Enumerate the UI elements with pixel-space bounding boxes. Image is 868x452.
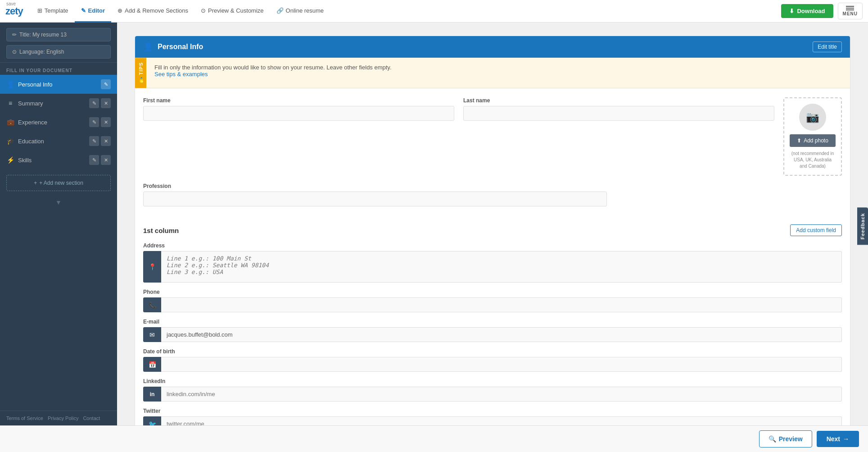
preview-button[interactable]: 🔍 Preview: [759, 430, 812, 447]
tips-link[interactable]: See tips & examples: [154, 71, 208, 78]
linkedin-input-group: in: [143, 387, 842, 402]
summary-actions: ✎ ✕: [89, 98, 111, 108]
linkedin-label: LinkedIn: [143, 378, 842, 384]
phone-input-group: 📞: [143, 297, 842, 312]
summary-edit-btn[interactable]: ✎: [89, 98, 99, 108]
education-remove-btn[interactable]: ✕: [101, 136, 111, 146]
twitter-field-row: Twitter 🐦: [143, 408, 842, 425]
personal-info-edit-btn[interactable]: ✎: [101, 79, 111, 89]
title-button[interactable]: ✏ Title: My resume 13: [6, 28, 111, 41]
last-name-group: Last name: [463, 97, 774, 121]
address-field-row: Address 📍: [143, 242, 842, 283]
language-button[interactable]: ⊙ Language: English: [6, 45, 111, 59]
add-custom-field-button[interactable]: Add custom field: [790, 224, 842, 236]
dob-label: Date of birth: [143, 348, 842, 355]
app-logo[interactable]: zety: [5, 5, 23, 17]
email-input[interactable]: [161, 327, 842, 342]
sidebar-personal-info-label: Personal Info: [18, 81, 97, 88]
twitter-input[interactable]: [161, 416, 842, 425]
add-section-label: + Add new section: [39, 180, 83, 186]
nav-add-remove-label: Add & Remove Sections: [125, 7, 188, 14]
top-navigation: save zety ⊞ Template ✎ Editor ⊕ Add & Re…: [0, 0, 868, 23]
download-label: Download: [797, 8, 825, 14]
twitter-icon-box: 🐦: [143, 416, 161, 425]
experience-remove-btn[interactable]: ✕: [101, 117, 111, 127]
add-section-button[interactable]: + + Add new section: [6, 175, 111, 191]
twitter-input-group: 🐦: [143, 416, 842, 425]
download-button[interactable]: ⬇ Download: [781, 4, 833, 18]
upload-icon: ⬆: [797, 137, 801, 144]
skills-remove-btn[interactable]: ✕: [101, 155, 111, 165]
sidebar-item-skills[interactable]: ⚡ Skills ✎ ✕: [0, 151, 117, 169]
twitter-label: Twitter: [143, 408, 842, 414]
basic-form: First name Last name 📷 ⬆ Add photo: [135, 88, 850, 223]
edit-title-button[interactable]: Edit title: [813, 41, 842, 52]
address-input[interactable]: [161, 251, 842, 283]
first-name-group: First name: [143, 97, 454, 121]
linkedin-icon: in: [150, 391, 155, 397]
sidebar-item-personal-info[interactable]: 👤 Personal Info ✎: [0, 75, 117, 94]
add-photo-label: Add photo: [804, 137, 828, 144]
experience-actions: ✎ ✕: [89, 117, 111, 127]
education-edit-btn[interactable]: ✎: [89, 136, 99, 146]
next-btn-label: Next: [827, 435, 840, 443]
address-input-group: 📍: [143, 251, 842, 283]
experience-icon: 💼: [6, 119, 14, 126]
tips-tab-label: TIPS: [138, 62, 144, 75]
summary-remove-btn[interactable]: ✕: [101, 98, 111, 108]
first-name-input[interactable]: [143, 106, 454, 121]
linkedin-field-row: LinkedIn in: [143, 378, 842, 402]
camera-icon: 📷: [806, 111, 819, 123]
column-section: 1st column Add custom field Address 📍: [135, 223, 850, 425]
tips-text: Fill in only the information you would l…: [154, 64, 392, 71]
nav-online-resume[interactable]: 🔗 Online resume: [270, 0, 330, 23]
contact-link[interactable]: Contact: [83, 415, 100, 421]
globe-icon: ⊙: [12, 49, 17, 55]
scroll-down-indicator: ▼: [0, 196, 117, 208]
dob-input[interactable]: [161, 357, 842, 372]
title-label: Title: My resume 13: [19, 32, 67, 38]
column-title: 1st column: [143, 227, 179, 234]
profession-label: Profession: [143, 183, 607, 189]
bottom-bar: 🔍 Preview Next →: [0, 425, 868, 452]
nav-editor-label: Editor: [88, 7, 105, 14]
sidebar-item-experience[interactable]: 💼 Experience ✎ ✕: [0, 113, 117, 132]
email-field-row: E-mail ✉: [143, 319, 842, 342]
name-row: First name Last name 📷 ⬆ Add photo: [143, 97, 842, 176]
personal-info-icon: 👤: [6, 81, 14, 88]
sidebar-item-education[interactable]: 🎓 Education ✎ ✕: [0, 132, 117, 151]
lang-label: Language: English: [19, 49, 64, 55]
section-title: Personal Info: [158, 43, 808, 51]
add-photo-button[interactable]: ⬆ Add photo: [790, 134, 836, 147]
photo-placeholder: 📷: [799, 104, 826, 131]
lightbulb-icon: 💡: [138, 77, 144, 83]
sidebar: ✏ Title: My resume 13 ⊙ Language: Englis…: [0, 23, 117, 425]
menu-button[interactable]: MENU: [838, 3, 863, 19]
email-input-group: ✉: [143, 327, 842, 342]
summary-icon: ≡: [6, 100, 14, 107]
main-layout: ✏ Title: My resume 13 ⊙ Language: Englis…: [0, 23, 868, 425]
sidebar-item-summary[interactable]: ≡ Summary ✎ ✕: [0, 94, 117, 113]
personal-info-card: 👤 Personal Info Edit title 💡 TIPS Fill i…: [135, 36, 850, 425]
nav-add-remove[interactable]: ⊕ Add & Remove Sections: [111, 0, 194, 23]
last-name-input[interactable]: [463, 106, 774, 121]
skills-edit-btn[interactable]: ✎: [89, 155, 99, 165]
privacy-link[interactable]: Privacy Policy: [48, 415, 78, 421]
linkedin-input[interactable]: [161, 387, 842, 402]
profession-group: Profession: [143, 183, 607, 206]
experience-edit-btn[interactable]: ✎: [89, 117, 99, 127]
nav-template[interactable]: ⊞ Template: [31, 0, 75, 23]
address-label: Address: [143, 242, 842, 249]
nav-preview-customize[interactable]: ⊙ Preview & Customize: [194, 0, 270, 23]
phone-input[interactable]: [161, 297, 842, 312]
email-icon-box: ✉: [143, 327, 161, 342]
phone-icon-box: 📞: [143, 297, 161, 312]
terms-link[interactable]: Terms of Service: [6, 415, 43, 421]
pencil-icon: ✏: [12, 32, 17, 38]
download-icon: ⬇: [789, 8, 794, 14]
profession-input[interactable]: [143, 192, 607, 206]
feedback-tab[interactable]: Feedback: [857, 207, 868, 245]
preview-icon: ⊙: [201, 7, 206, 14]
nav-editor[interactable]: ✎ Editor: [75, 0, 112, 23]
next-button[interactable]: Next →: [817, 431, 859, 447]
